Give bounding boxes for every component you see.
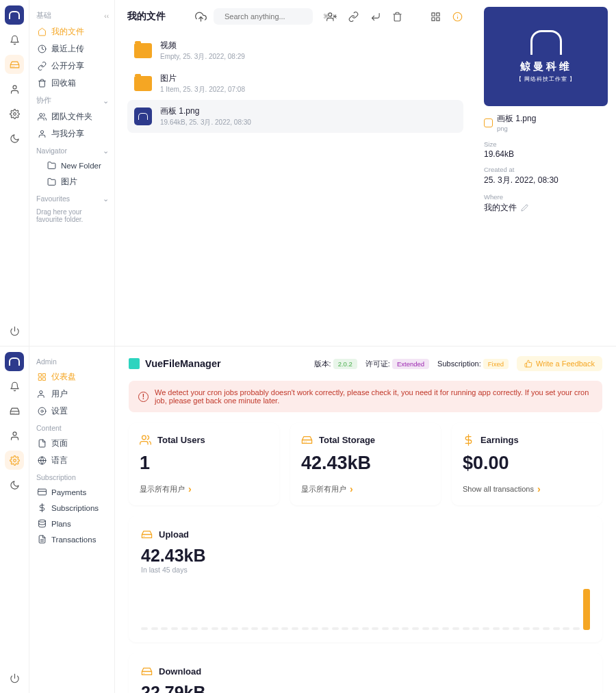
upload-cloud-icon[interactable] bbox=[194, 10, 207, 23]
collapse-icon[interactable]: ‹‹ bbox=[104, 12, 109, 20]
svg-rect-6 bbox=[431, 17, 434, 20]
section-title: 协作 bbox=[36, 96, 51, 105]
search-input[interactable] bbox=[224, 12, 319, 21]
delete-icon[interactable] bbox=[391, 10, 403, 23]
app-title: VueFileManager bbox=[145, 358, 221, 369]
chevron-down-icon[interactable]: ⌄ bbox=[103, 97, 109, 105]
created-value: 25. 3月. 2022, 08:30 bbox=[484, 175, 608, 186]
version-badge: 2.0.2 bbox=[333, 359, 357, 369]
section-title: Subscription bbox=[36, 473, 76, 481]
svg-rect-5 bbox=[436, 17, 439, 20]
stat-link[interactable]: 显示所有用户 bbox=[140, 483, 268, 494]
drive-icon bbox=[141, 666, 153, 677]
move-icon[interactable] bbox=[369, 10, 381, 23]
dollar-icon bbox=[38, 503, 47, 512]
file-row-folder[interactable]: 图片 1 Item, 25. 3月. 2022, 07:08 bbox=[127, 67, 463, 100]
nav-shared-with-me[interactable]: 与我分享 bbox=[35, 125, 109, 142]
nav-settings[interactable]: 设置 bbox=[35, 403, 109, 420]
nav-payments[interactable]: Payments bbox=[35, 484, 109, 500]
section-title: Navigator bbox=[36, 147, 67, 155]
file-meta: 19.64kB, 25. 3月. 2022, 08:30 bbox=[160, 118, 457, 127]
stat-value: $0.00 bbox=[463, 453, 591, 474]
file-thumbnail bbox=[134, 108, 152, 125]
home-icon bbox=[38, 27, 47, 36]
created-label: Created at bbox=[484, 166, 608, 173]
view-toggle-icon[interactable] bbox=[429, 10, 441, 23]
stat-link[interactable]: Show all transactions bbox=[463, 483, 591, 494]
nav-folder-new[interactable]: New Folder bbox=[35, 158, 109, 173]
preview-image: 鲸曼科维 【 网络科技工作室 】 bbox=[484, 7, 608, 106]
thumbs-up-icon bbox=[524, 360, 532, 368]
section-title: Favourites bbox=[36, 194, 70, 203]
card-icon bbox=[38, 488, 47, 496]
svg-rect-3 bbox=[431, 12, 434, 15]
nav-folder-images[interactable]: 图片 bbox=[35, 173, 109, 190]
alert-icon: ! bbox=[138, 392, 149, 402]
svg-rect-4 bbox=[436, 12, 439, 15]
detail-filename: 画板 1.png bbox=[497, 113, 536, 125]
file-text-icon bbox=[38, 535, 47, 544]
cron-alert: ! We detect your cron jobs probably does… bbox=[129, 381, 602, 412]
bell-icon[interactable] bbox=[5, 377, 24, 396]
download-chart-card: Download 22.79kB In last 45 days bbox=[129, 653, 602, 693]
alert-text: We detect your cron jobs probably doesn'… bbox=[155, 388, 593, 405]
detail-ext: png bbox=[497, 125, 536, 132]
power-icon[interactable] bbox=[5, 321, 24, 340]
nav-plans[interactable]: Plans bbox=[35, 516, 109, 531]
stat-value: 1 bbox=[140, 453, 268, 474]
edit-icon[interactable] bbox=[521, 204, 528, 212]
nav-subscriptions[interactable]: Subscriptions bbox=[35, 500, 109, 516]
svg-rect-10 bbox=[43, 374, 46, 377]
nav-recent[interactable]: 最近上传 bbox=[35, 40, 109, 58]
svg-point-14 bbox=[38, 407, 46, 415]
file-name: 图片 bbox=[160, 73, 457, 84]
app-logo bbox=[5, 352, 24, 371]
user-icon[interactable] bbox=[5, 426, 24, 445]
drive-icon[interactable] bbox=[5, 401, 24, 420]
folder-icon bbox=[134, 43, 152, 58]
file-row-image[interactable]: 画板 1.png 19.64kB, 25. 3月. 2022, 08:30 bbox=[127, 100, 463, 133]
user-icon[interactable] bbox=[5, 79, 24, 99]
stat-link[interactable]: 显示所有用户 bbox=[301, 483, 430, 494]
nav-share[interactable]: 公开分享 bbox=[35, 58, 109, 75]
upload-chart bbox=[141, 586, 590, 630]
nav-transactions[interactable]: Transactions bbox=[35, 531, 109, 547]
nav-trash[interactable]: 回收箱 bbox=[35, 75, 109, 92]
file-name: 视频 bbox=[160, 40, 457, 51]
power-icon[interactable] bbox=[5, 668, 24, 688]
globe-icon bbox=[38, 456, 47, 465]
nav-my-files[interactable]: 我的文件 bbox=[35, 23, 109, 40]
svg-point-13 bbox=[41, 410, 43, 412]
feedback-button[interactable]: Write a Feedback bbox=[517, 356, 602, 371]
stat-value: 42.43kB bbox=[301, 453, 430, 474]
file-meta: Empty, 25. 3月. 2022, 08:29 bbox=[160, 52, 457, 62]
size-label: Size bbox=[484, 140, 608, 148]
file-list-area: 我的文件 ⌘+K bbox=[115, 0, 476, 346]
stat-card-storage: Total Storage 42.43kB 显示所有用户 bbox=[290, 423, 441, 505]
app-small-logo bbox=[129, 358, 140, 369]
settings-icon[interactable] bbox=[5, 451, 24, 470]
search-box[interactable]: ⌘+K bbox=[214, 8, 313, 25]
chevron-down-icon[interactable]: ⌄ bbox=[103, 147, 109, 155]
detail-panel: 鲸曼科维 【 网络科技工作室 】 画板 1.png png Size 19.64… bbox=[476, 0, 616, 346]
svg-point-8 bbox=[13, 459, 16, 462]
moon-icon[interactable] bbox=[5, 475, 24, 494]
nav-dashboard[interactable]: 仪表盘 bbox=[35, 368, 109, 386]
bell-icon[interactable] bbox=[5, 30, 24, 49]
drive-icon[interactable] bbox=[5, 55, 24, 74]
nav-language[interactable]: 语言 bbox=[35, 452, 109, 469]
moon-icon[interactable] bbox=[5, 129, 24, 148]
svg-rect-12 bbox=[39, 378, 42, 381]
nav-team[interactable]: 团队文件夹 bbox=[35, 108, 109, 125]
chevron-down-icon[interactable]: ⌄ bbox=[103, 194, 109, 203]
settings-icon[interactable] bbox=[5, 104, 24, 123]
svg-rect-11 bbox=[43, 378, 46, 381]
nav-pages[interactable]: 页面 bbox=[35, 435, 109, 452]
info-icon[interactable] bbox=[451, 10, 463, 23]
link-icon[interactable] bbox=[347, 10, 359, 23]
add-user-icon[interactable] bbox=[325, 10, 337, 23]
favourites-hint: Drag here your favourite folder. bbox=[35, 205, 109, 226]
file-row-folder[interactable]: 视频 Empty, 25. 3月. 2022, 08:29 bbox=[127, 34, 463, 67]
nav-users[interactable]: 用户 bbox=[35, 386, 109, 403]
clock-icon bbox=[38, 45, 47, 53]
